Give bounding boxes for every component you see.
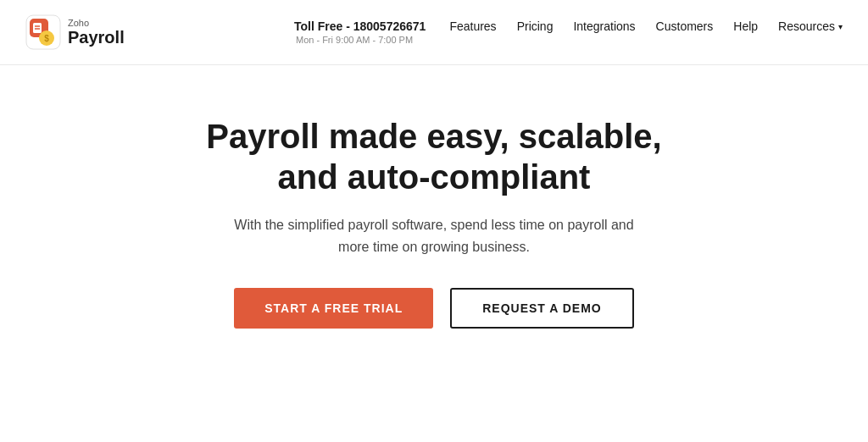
nav-resources[interactable]: Resources ▾ xyxy=(778,19,843,33)
zoho-payroll-logo-icon: $ xyxy=(25,14,61,50)
toll-free-number: Toll Free - 18005726671 xyxy=(294,19,426,33)
start-free-trial-button[interactable]: START A FREE TRIAL xyxy=(234,288,433,329)
nav-integrations[interactable]: Integrations xyxy=(573,19,635,33)
logo-text: Zoho Payroll xyxy=(68,18,125,47)
svg-rect-2 xyxy=(33,23,42,33)
nav-features[interactable]: Features xyxy=(449,19,496,33)
logo-payroll-label: Payroll xyxy=(68,28,125,47)
chevron-down-icon: ▾ xyxy=(838,22,843,31)
logo-area[interactable]: $ Zoho Payroll xyxy=(25,14,125,50)
nav-hours: Mon - Fri 9:00 AM - 7:00 PM xyxy=(294,35,413,45)
hero-title: Payroll made easy, scalable, and auto-co… xyxy=(180,116,688,197)
nav-links: Features Pricing Integrations Customers … xyxy=(449,19,843,33)
hero-subtitle: With the simplified payroll software, sp… xyxy=(231,214,637,257)
cta-buttons: START A FREE TRIAL REQUEST A DEMO xyxy=(234,288,633,329)
nav-help[interactable]: Help xyxy=(733,19,758,33)
site-header: $ Zoho Payroll Toll Free - 18005726671 F… xyxy=(0,0,868,65)
request-demo-button[interactable]: REQUEST A DEMO xyxy=(450,288,634,329)
logo-zoho-label: Zoho xyxy=(68,18,125,28)
svg-text:$: $ xyxy=(44,34,49,43)
nav-pricing[interactable]: Pricing xyxy=(517,19,554,33)
nav-customers[interactable]: Customers xyxy=(656,19,714,33)
nav-area: Toll Free - 18005726671 Features Pricing… xyxy=(294,19,843,45)
nav-top: Toll Free - 18005726671 Features Pricing… xyxy=(294,19,843,33)
nav-resources-label: Resources xyxy=(778,19,835,33)
hero-section: Payroll made easy, scalable, and auto-co… xyxy=(0,65,868,362)
